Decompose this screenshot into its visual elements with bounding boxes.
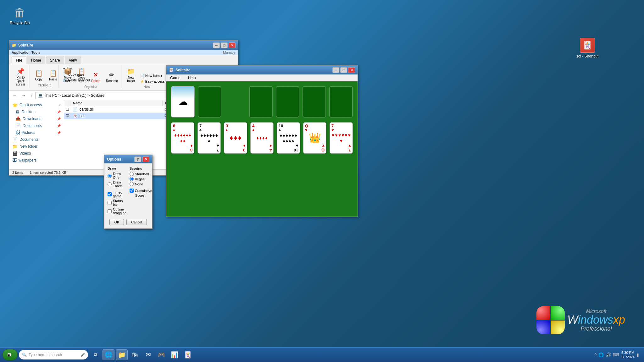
solitaire-close-btn[interactable]: ✕ [348,67,355,73]
file-name-1: cards.dll [80,107,94,112]
explorer-title: Solitaire [18,43,33,47]
paste-btn[interactable]: 📋 Paste [47,68,59,83]
tableau-1[interactable]: 8♦ ♦♦ ♦♦ ♦♦ ♦♦ 8♦ [171,122,194,154]
explorer-maximize-btn[interactable]: □ [221,42,228,48]
draw-section-label: Draw [108,167,126,170]
cumulative-input[interactable] [130,189,134,193]
task-view-btn[interactable]: ⧉ [89,349,101,360]
delete-btn[interactable]: ✕ Delete [89,69,103,84]
nav-pictures[interactable]: 🖼 Pictures 📌 [9,129,64,136]
nav-quick-access[interactable]: ⭐ Quick access ▾ [9,101,64,108]
tray-chevron[interactable]: ^ [595,352,597,357]
draw-one-input[interactable] [108,174,112,178]
nav-videos[interactable]: 🎬 Videos [9,150,64,157]
standard-radio[interactable]: Standard [130,172,152,176]
network-icon[interactable]: 🌐 [598,352,604,357]
cumulative-checkbox[interactable]: Cumulative [130,189,152,193]
dialog-buttons: OK Cancel [108,219,149,225]
manage-tab-label: Manage [223,51,236,54]
new-item-btn[interactable]: 📄 New item ▾ [139,73,169,79]
copy-to-btn[interactable]: 📋 Copyto ▾ [75,66,88,84]
volume-icon[interactable]: 🔊 [606,352,611,357]
tab-file[interactable]: File [12,57,26,64]
edge-btn[interactable]: 🌐 [103,349,114,360]
menu-help[interactable]: Help [184,74,200,81]
tab-home[interactable]: Home [27,57,45,64]
cancel-button[interactable]: Cancel [126,219,147,225]
tableau-6[interactable]: Q♥ 👑 Q♥ [303,122,326,154]
ok-button[interactable]: OK [109,219,124,225]
forward-btn[interactable]: → [20,92,27,99]
recycle-bin[interactable]: 🗑 Recycle Bin [9,6,31,25]
taskbar-search-box[interactable]: 🔍 Type here to search 🎤 [19,350,88,359]
tableau-7[interactable]: 7♥ ♥♥ ♥♥ ♥♥ ♥ 7♥ [330,122,353,154]
tray-clock[interactable]: 5:30 PM 1/1/2024 [621,350,635,359]
file-checkbox-2[interactable]: ☑ [64,113,70,119]
draw-three-radio[interactable]: Draw Three [108,180,126,188]
rename-btn[interactable]: ✏ Rename [104,69,120,84]
nav-downloads[interactable]: 📥 Downloads 📌 [9,115,64,122]
timed-game-input[interactable] [108,192,112,196]
up-btn[interactable]: ↑ [29,92,34,99]
copy-btn[interactable]: 📋 Copy [32,68,45,83]
nav-documents2[interactable]: 📄 Documents [9,136,64,143]
easy-access-btn[interactable]: ⚡ Easy access ▾ [139,79,169,84]
new-folder-btn[interactable]: 📁 Newfolder [125,66,137,84]
tableau-4[interactable]: 4♦ ♦♦ ♦♦ 4♦ [250,122,274,154]
search-icon: 🔍 [22,353,27,357]
outline-dragging-input[interactable] [108,209,112,213]
store-btn[interactable]: 🛍 [129,349,141,360]
vegas-radio[interactable]: Vegas [130,177,152,181]
start-icon: ⊞ [7,352,11,357]
vegas-input[interactable] [130,177,134,181]
draw-three-input[interactable] [108,182,112,186]
show-desktop-btn[interactable]: ▮ [636,352,639,357]
office-btn[interactable]: 📊 [169,349,180,360]
none-input[interactable] [130,182,134,186]
stock-card[interactable]: ☁ [171,86,195,118]
timed-game-checkbox[interactable]: Timed game [108,190,126,198]
none-radio[interactable]: None [130,182,152,186]
solitaire-minimize-btn[interactable]: ─ [332,67,339,73]
status-bar-checkbox[interactable]: Status bar [108,199,126,206]
tab-share[interactable]: Share [46,57,64,64]
start-button[interactable]: ⊞ [3,349,18,360]
mail-btn[interactable]: ✉ [142,349,154,360]
nav-new-folder[interactable]: 📁 New folder [9,143,64,150]
pin-to-quick-btn[interactable]: 📌 Pin to Quickaccess [14,66,28,88]
dialog-help-btn[interactable]: ? [134,156,141,162]
nav-desktop[interactable]: 🖥 Desktop 📌 [9,108,64,115]
scoring-section-label: Scoring [130,167,152,170]
solitaire-maximize-btn[interactable]: □ [340,67,347,73]
nav-wallpapers[interactable]: 🖼 wallpapers [9,157,64,164]
file-checkbox-1[interactable]: ☐ [64,106,70,112]
delete-icon: ✕ [93,71,98,79]
move-to-btn[interactable]: 📦 Moveto ▾ [61,66,74,84]
draw-one-radio[interactable]: Draw One [108,172,126,179]
back-btn[interactable]: ← [11,92,19,99]
nav-documents[interactable]: 📄 Documents 📌 [9,122,64,129]
pin-icon: 📌 [17,68,25,75]
standard-input[interactable] [130,172,134,176]
sol-shortcut[interactable]: 🃏 sol - Shortcut [575,38,600,58]
explorer-close-btn[interactable]: ✕ [229,42,236,48]
documents2-icon: 📄 [12,137,18,142]
tableau-5[interactable]: 10♠ ♠♠ ♠♠ ♠♠ ♠♠ ♠♠ 10♠ [277,122,300,154]
item-count: 2 items [12,171,23,174]
dialog-close-btn[interactable]: ✕ [142,156,149,162]
outline-dragging-checkbox[interactable]: Outline dragging [108,207,126,215]
new-item-icon: 📄 [140,74,144,78]
tab-view[interactable]: View [65,57,81,64]
xbox-btn[interactable]: 🎮 [155,349,167,360]
menu-game[interactable]: Game [166,74,184,81]
explorer-minimize-btn[interactable]: ─ [213,42,220,48]
tableau-3[interactable]: 3♦ ♦ ♦ ♦ 3♦ [224,122,247,154]
keyboard-icon[interactable]: ⌨ [613,352,619,357]
dialog-body: Draw Draw One Draw Three Timed game [104,163,152,228]
solitaire-btn[interactable]: 🃏 [182,349,194,360]
status-bar-input[interactable] [108,201,112,205]
explorer-btn[interactable]: 📁 [116,349,128,360]
clock-time: 5:30 PM [621,350,635,355]
tableau-2[interactable]: 7♠ ♠♠ ♠♠ ♠♠ ♠ 7♠ [197,122,221,154]
copy-icon: 📋 [35,69,43,77]
